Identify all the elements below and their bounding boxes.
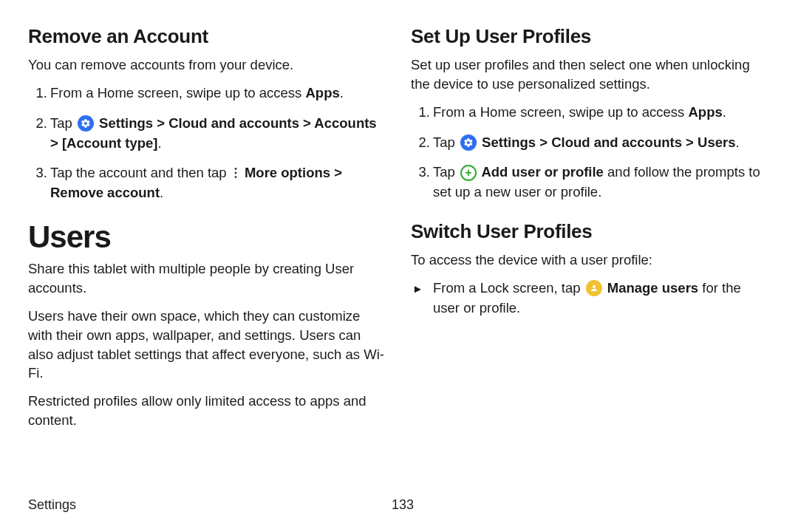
remove-account-heading: Remove an Account (28, 25, 387, 48)
step-text: Tap (50, 115, 76, 131)
step-text-post: . (157, 135, 161, 151)
step-text: Tap (433, 134, 459, 150)
users-intro-3: Restricted profiles allow only limited a… (28, 392, 387, 430)
svg-point-0 (234, 168, 236, 170)
remove-account-intro: You can remove accounts from your device… (28, 55, 387, 75)
setup-profiles-heading: Set Up User Profiles (411, 25, 770, 48)
setup-profiles-steps: From a Home screen, swipe up to access A… (411, 103, 770, 202)
step-text-post: . (735, 134, 739, 150)
step-text: Tap the account and then tap (50, 165, 231, 180)
user-icon (586, 280, 602, 296)
setup-step-1: From a Home screen, swipe up to access A… (433, 103, 770, 123)
users-heading: Users (28, 219, 387, 255)
svg-point-2 (234, 177, 236, 179)
setup-step-2: Tap Settings > Cloud and accounts > User… (433, 133, 770, 153)
step-text: From a Home screen, swipe up to access (50, 85, 305, 100)
manage-users-label: Manage users (604, 280, 699, 296)
label-apps: Apps (688, 104, 722, 120)
left-column: Remove an Account You can remove account… (28, 25, 387, 439)
switch-profiles-intro: To access the device with a user profile… (411, 250, 770, 270)
page-footer: Settings 133 (28, 497, 770, 513)
remove-account-steps: From a Home screen, swipe up to access A… (28, 83, 387, 203)
switch-profiles-heading: Switch User Profiles (411, 220, 770, 243)
switch-text-pre: From a Lock screen, tap (433, 280, 584, 296)
remove-step-1: From a Home screen, swipe up to access A… (50, 83, 387, 103)
switch-item: From a Lock screen, tap Manage users for… (433, 279, 770, 318)
label-apps: Apps (305, 85, 339, 100)
right-column: Set Up User Profiles Set up user profile… (411, 25, 770, 439)
settings-icon (78, 115, 94, 132)
settings-icon (460, 134, 477, 151)
add-icon: + (460, 165, 477, 181)
setup-profiles-intro: Set up user profiles and then select one… (411, 55, 770, 94)
svg-point-3 (593, 285, 596, 288)
switch-profiles-list: From a Lock screen, tap Manage users for… (411, 279, 770, 318)
footer-section: Settings (28, 497, 76, 512)
add-user-label: Add user or profile (478, 164, 604, 180)
remove-step-3: Tap the account and then tap More option… (50, 163, 387, 203)
settings-path: Settings > Cloud and accounts > Users (478, 134, 736, 150)
footer-page-number: 133 (392, 497, 414, 513)
step-text: From a Home screen, swipe up to access (433, 104, 688, 120)
step-text: Tap (433, 164, 459, 180)
users-intro-1: Share this tablet with multiple people b… (28, 259, 387, 298)
settings-path: Settings > Cloud and accounts > Accounts… (50, 115, 377, 151)
setup-step-3: Tap + Add user or profile and follow the… (433, 163, 770, 202)
step-text-post: . (340, 85, 344, 100)
remove-step-2: Tap Settings > Cloud and accounts > Acco… (50, 114, 387, 154)
svg-point-1 (234, 172, 236, 174)
users-intro-2: Users have their own space, which they c… (28, 307, 387, 383)
step-text-post: . (723, 104, 726, 120)
step-text-post: . (160, 185, 163, 200)
more-options-icon (231, 166, 240, 180)
